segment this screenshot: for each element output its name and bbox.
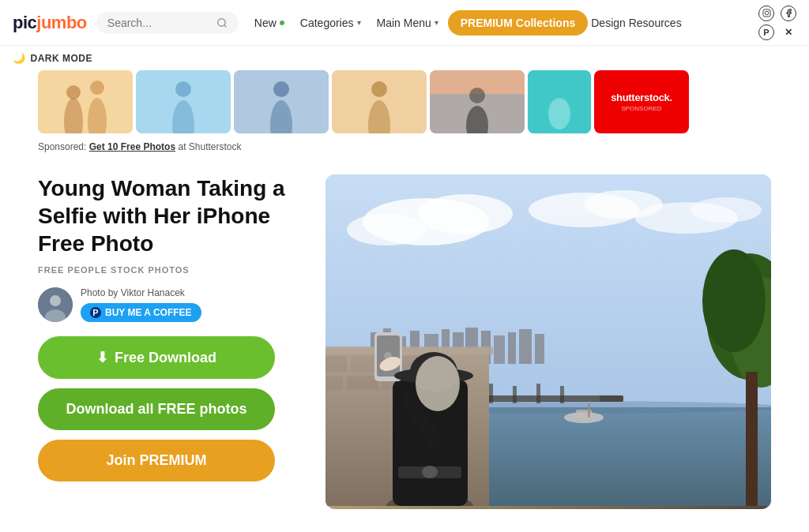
- svg-point-18: [371, 81, 387, 97]
- svg-point-12: [175, 81, 191, 97]
- svg-rect-57: [489, 384, 493, 403]
- header-social: P ✕: [758, 6, 796, 40]
- shutterstock-sponsored: SPONSORED: [621, 105, 661, 112]
- instagram-icon[interactable]: [758, 6, 774, 21]
- svg-point-24: [548, 98, 570, 129]
- svg-point-3: [765, 11, 769, 15]
- x-icon[interactable]: ✕: [781, 24, 796, 40]
- logo[interactable]: picjumbo: [13, 13, 87, 33]
- main-photo-image: [325, 174, 771, 506]
- svg-point-90: [702, 249, 766, 352]
- svg-point-86: [422, 466, 438, 478]
- svg-rect-61: [600, 395, 623, 402]
- design-resources-link[interactable]: Design Resources: [591, 17, 681, 29]
- thumbnail-shutterstock[interactable]: shutterstock. SPONSORED: [594, 70, 689, 133]
- download-icon: ⬇: [96, 349, 108, 366]
- thumbnail-6[interactable]: [528, 70, 591, 133]
- svg-rect-48: [535, 334, 544, 364]
- sponsored-text: Sponsored: Get 10 Free Photos at Shutter…: [0, 138, 809, 155]
- svg-rect-89: [746, 372, 758, 506]
- main-content: Young Woman Taking a Selfie with Her iPh…: [0, 155, 809, 528]
- svg-point-35: [690, 197, 762, 223]
- facebook-icon[interactable]: [781, 6, 796, 21]
- svg-point-31: [347, 214, 426, 245]
- svg-point-83: [416, 356, 460, 411]
- svg-point-22: [469, 88, 485, 103]
- thumbnail-3[interactable]: [234, 70, 329, 133]
- svg-rect-58: [513, 386, 517, 403]
- svg-point-8: [66, 85, 81, 99]
- svg-point-0: [218, 18, 225, 25]
- svg-rect-46: [508, 332, 516, 364]
- dark-mode-bar[interactable]: 🌙 DARK MODE: [0, 46, 809, 70]
- shutterstock-logo: shutterstock.: [611, 92, 672, 103]
- nav-categories[interactable]: Categories ▾: [294, 12, 367, 34]
- svg-line-1: [224, 24, 227, 27]
- author-row: Photo by Viktor Hanacek P BUY ME A COFFE…: [38, 287, 307, 322]
- author-avatar: [38, 287, 73, 322]
- svg-point-4: [768, 11, 769, 12]
- thumbnail-1[interactable]: [38, 70, 133, 133]
- photo-category: FREE PEOPLE STOCK PHOTOS: [38, 265, 307, 275]
- svg-rect-45: [494, 335, 505, 364]
- nav-new[interactable]: New: [248, 12, 291, 34]
- svg-rect-66: [325, 347, 493, 354]
- svg-point-9: [90, 81, 104, 95]
- moon-icon: 🌙: [13, 52, 26, 64]
- photo-title: Young Woman Taking a Selfie with Her iPh…: [38, 174, 307, 257]
- join-premium-button[interactable]: Join PREMIUM: [38, 440, 275, 481]
- dark-mode-label: DARK MODE: [31, 53, 93, 64]
- left-panel: Young Woman Taking a Selfie with Her iPh…: [38, 174, 307, 509]
- search-input[interactable]: [107, 17, 212, 29]
- buy-coffee-button[interactable]: P BUY ME A COFFEE: [81, 303, 201, 322]
- nav-links: New Categories ▾ Main Menu ▾ PREMIUM Col…: [248, 10, 749, 36]
- main-photo-container: [325, 174, 771, 509]
- svg-point-30: [418, 194, 513, 234]
- svg-point-26: [50, 295, 61, 306]
- thumbnails-strip: shutterstock. SPONSORED: [0, 70, 809, 133]
- new-dot: [280, 21, 284, 25]
- svg-rect-68: [351, 356, 378, 372]
- svg-rect-67: [325, 356, 347, 372]
- svg-rect-72: [347, 376, 378, 390]
- nav-main-menu[interactable]: Main Menu ▾: [371, 12, 445, 34]
- author-info: Photo by Viktor Hanacek P BUY ME A COFFE…: [81, 287, 201, 322]
- svg-rect-5: [38, 70, 133, 133]
- search-icon: [216, 17, 228, 28]
- svg-rect-60: [560, 386, 564, 403]
- main-menu-arrow: ▾: [435, 18, 438, 27]
- svg-rect-2: [762, 9, 769, 17]
- svg-rect-47: [519, 329, 532, 364]
- pinterest-icon[interactable]: P: [758, 24, 774, 40]
- paypal-icon: P: [90, 307, 101, 318]
- svg-point-15: [273, 81, 289, 97]
- svg-rect-64: [588, 403, 590, 418]
- search-box[interactable]: [96, 12, 239, 34]
- svg-rect-71: [325, 376, 343, 390]
- header: picjumbo New Categories ▾ Main Menu ▾ PR…: [0, 0, 809, 46]
- sponsored-link[interactable]: Get 10 Free Photos: [89, 141, 175, 152]
- author-name: Photo by Viktor Hanacek: [81, 287, 201, 298]
- categories-arrow: ▾: [357, 18, 361, 27]
- thumbnail-4[interactable]: [332, 70, 427, 133]
- premium-button[interactable]: PREMIUM Collections: [448, 10, 588, 36]
- svg-rect-59: [536, 384, 540, 403]
- social-row-bottom: P ✕: [758, 24, 796, 40]
- thumbnail-2[interactable]: [136, 70, 231, 133]
- thumbnail-5[interactable]: [430, 70, 525, 133]
- download-all-button[interactable]: Download all FREE photos: [38, 388, 275, 430]
- free-download-button[interactable]: ⬇ Free Download: [38, 336, 275, 379]
- social-row-top: [758, 6, 796, 21]
